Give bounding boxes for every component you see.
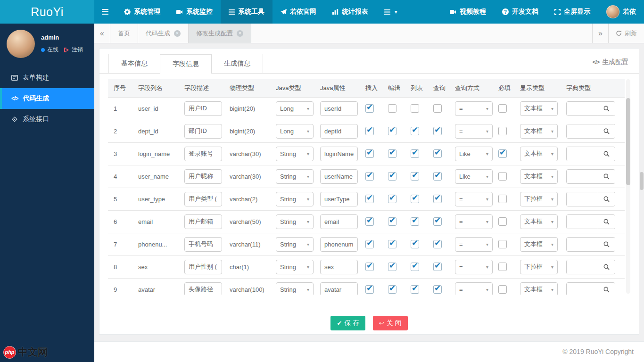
java-prop-input[interactable] (320, 260, 358, 274)
dict-type-input[interactable] (567, 124, 598, 138)
gen-config-link[interactable]: </> 生成配置 (593, 58, 628, 66)
page-scrollbar-thumb[interactable] (640, 172, 644, 190)
nav-item-system-monitor[interactable]: 系统监控 (168, 0, 221, 24)
dict-type-input[interactable] (567, 147, 598, 161)
list-checkbox[interactable] (411, 172, 419, 181)
java-type-select[interactable]: String▾ (276, 260, 314, 274)
query-checkbox[interactable] (433, 263, 442, 271)
java-type-select[interactable]: String▾ (276, 237, 314, 252)
edit-checkbox[interactable] (388, 240, 396, 248)
insert-checkbox[interactable] (365, 149, 374, 158)
nav-item-statistics[interactable]: 统计报表 (324, 0, 376, 24)
dict-type-input[interactable] (567, 170, 598, 183)
tab-edit-gen-config[interactable]: 修改生成配置 × (189, 24, 251, 43)
required-checkbox[interactable] (498, 127, 507, 135)
list-checkbox[interactable] (411, 263, 419, 271)
close-icon[interactable]: × (237, 30, 243, 37)
query-checkbox[interactable] (433, 172, 442, 181)
required-checkbox[interactable] (498, 195, 507, 203)
edit-checkbox[interactable] (388, 127, 396, 135)
list-checkbox[interactable] (411, 127, 419, 135)
list-checkbox[interactable] (411, 195, 419, 203)
close-icon[interactable]: × (174, 30, 181, 37)
java-prop-input[interactable] (320, 124, 358, 139)
insert-checkbox[interactable] (365, 104, 374, 113)
table-scrollbar-thumb[interactable] (626, 98, 630, 185)
java-prop-input[interactable] (320, 192, 358, 206)
list-checkbox[interactable] (411, 149, 419, 158)
sidebar-item-code-generation[interactable]: </> 代码生成 (0, 88, 94, 109)
display-type-select[interactable]: 文本框▾ (520, 101, 558, 116)
query-checkbox[interactable] (433, 149, 442, 158)
dict-type-input[interactable] (567, 192, 598, 206)
column-desc-input[interactable] (184, 147, 222, 161)
edit-checkbox[interactable] (388, 285, 396, 294)
edit-checkbox[interactable] (388, 172, 396, 181)
nav-item-system-tools[interactable]: 系统工具 (221, 0, 272, 24)
query-type-select[interactable]: Like▾ (455, 147, 493, 161)
close-button[interactable]: ↩ 关 闭 (373, 316, 408, 330)
display-type-select[interactable]: 文本框▾ (520, 124, 558, 139)
logout-link[interactable]: 注销 (72, 46, 83, 54)
column-desc-input[interactable] (184, 237, 222, 252)
edit-checkbox[interactable] (388, 263, 396, 271)
java-prop-input[interactable] (320, 214, 358, 229)
edit-checkbox[interactable] (388, 104, 396, 113)
dict-search-button[interactable] (598, 238, 615, 251)
query-type-select[interactable]: =▾ (455, 124, 493, 139)
sidebar-toggle-button[interactable] (94, 0, 116, 24)
nav-item-dev-docs[interactable]: ? 开发文档 (494, 0, 546, 24)
dict-search-button[interactable] (598, 102, 615, 115)
tab-gen-info[interactable]: 生成信息 (211, 54, 263, 73)
avatar[interactable] (7, 30, 35, 58)
required-checkbox[interactable] (498, 263, 507, 271)
display-type-select[interactable]: 文本框▾ (520, 147, 558, 161)
insert-checkbox[interactable] (365, 195, 374, 203)
query-type-select[interactable]: =▾ (455, 237, 493, 252)
dict-type-input[interactable] (567, 238, 598, 251)
dict-search-button[interactable] (598, 147, 615, 161)
query-type-select[interactable]: =▾ (455, 192, 493, 206)
edit-checkbox[interactable] (388, 149, 396, 158)
query-type-select[interactable]: =▾ (455, 282, 493, 295)
java-prop-input[interactable] (320, 282, 358, 295)
tab-home[interactable]: 首页 (110, 24, 138, 43)
list-checkbox[interactable] (411, 217, 419, 226)
display-type-select[interactable]: 文本框▾ (520, 237, 558, 252)
column-desc-input[interactable] (184, 101, 222, 116)
column-desc-input[interactable] (184, 214, 222, 229)
java-type-select[interactable]: Long▾ (276, 124, 314, 139)
required-checkbox[interactable] (498, 217, 507, 226)
list-checkbox[interactable] (411, 240, 419, 248)
query-type-select[interactable]: =▾ (455, 260, 493, 274)
nav-more-dropdown[interactable]: ▾ (376, 0, 405, 24)
dict-search-button[interactable] (598, 124, 615, 138)
dict-search-button[interactable] (598, 260, 615, 274)
list-checkbox[interactable] (411, 285, 419, 294)
query-checkbox[interactable] (433, 240, 442, 248)
list-checkbox[interactable] (411, 104, 419, 113)
insert-checkbox[interactable] (365, 240, 374, 248)
column-desc-input[interactable] (184, 169, 222, 184)
java-type-select[interactable]: Long▾ (276, 101, 314, 116)
query-checkbox[interactable] (433, 195, 442, 203)
sidebar-item-system-api[interactable]: 系统接口 (0, 109, 94, 130)
dict-search-button[interactable] (598, 215, 615, 229)
brand-logo[interactable]: RuoYi (0, 0, 94, 24)
insert-checkbox[interactable] (365, 285, 374, 294)
java-type-select[interactable]: String▾ (276, 169, 314, 184)
column-desc-input[interactable] (184, 124, 222, 139)
java-type-select[interactable]: String▾ (276, 282, 314, 295)
nav-item-fullscreen[interactable]: 全屏显示 (546, 0, 598, 24)
insert-checkbox[interactable] (365, 172, 374, 181)
required-checkbox[interactable] (498, 285, 507, 294)
tab-code-generation[interactable]: 代码生成 × (138, 24, 189, 43)
query-checkbox[interactable] (433, 104, 442, 113)
nav-user-menu[interactable]: 若依 (598, 0, 644, 24)
query-type-select[interactable]: =▾ (455, 214, 493, 229)
dict-search-button[interactable] (598, 283, 615, 295)
column-desc-input[interactable] (184, 192, 222, 206)
query-checkbox[interactable] (433, 217, 442, 226)
java-type-select[interactable]: String▾ (276, 192, 314, 206)
display-type-select[interactable]: 下拉框▾ (520, 260, 558, 274)
